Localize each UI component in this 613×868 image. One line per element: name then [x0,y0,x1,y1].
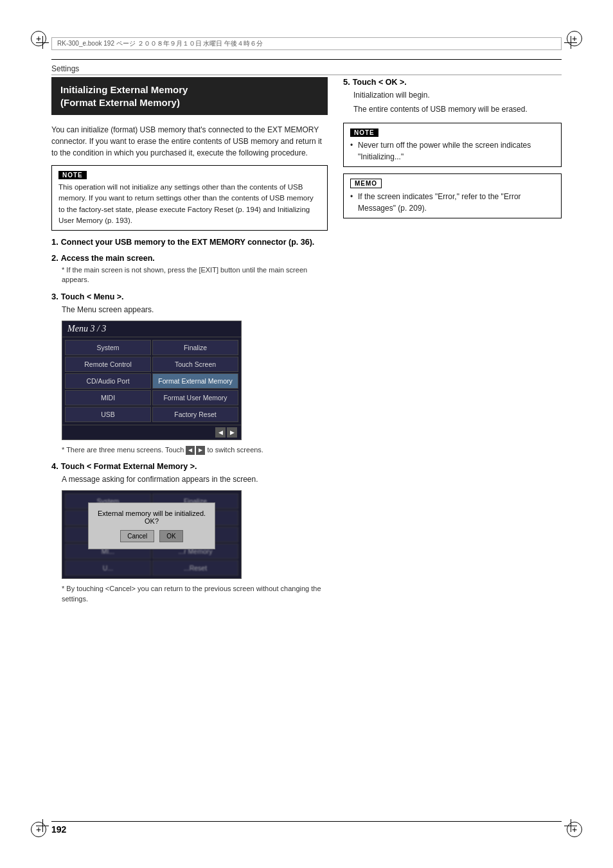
conf-reset: ...Reset [152,560,238,576]
note-text-1: This operation will not initialize any s… [58,182,321,226]
step-5-body2: The entire contents of USB memory will b… [343,103,562,115]
confirm-screenshot: System Finalize Remote Screen CD/Aud... … [62,490,242,579]
step-4-title: 4.Touch < Format External Memory >. [51,461,328,471]
corner-cross-bl [36,819,49,832]
step-2: 2.Access the main screen. * If the main … [51,253,328,285]
menu-item-usb[interactable]: USB [65,407,151,422]
step-5-title: 5.Touch < OK >. [343,77,562,87]
cancel-button[interactable]: Cancel [120,530,154,542]
note-box-1: NOTE This operation will not initialize … [51,165,328,231]
menu-item-system[interactable]: System [65,340,151,355]
note-text-right: Never turn off the power while the scree… [350,139,555,163]
memo-text: If the screen indicates "Error," refer t… [350,191,555,214]
menu-title-bar: Menu 3 / 3 [62,321,241,337]
settings-label: Settings [51,64,79,73]
menu-item-cdaudio[interactable]: CD/Audio Port [65,373,151,389]
intro-text: You can initialize (format) USB memory t… [51,124,328,159]
settings-rule [51,75,562,75]
section-title: Initializing External Memory (Format Ext… [60,84,319,109]
corner-cross-br [564,819,577,832]
bottom-rule [51,821,562,822]
corner-cross-tl [36,36,49,49]
step-2-title: 2.Access the main screen. [51,253,328,263]
memo-label: MEMO [350,179,382,188]
step-2-asterisk: * If the main screen is not shown, press… [51,265,328,285]
step-5-body1: Initialization will begin. [343,89,562,101]
note-label-1: NOTE [58,171,87,179]
menu-prev-btn[interactable]: ◀ [215,427,226,438]
menu-item-midi[interactable]: MIDI [65,390,151,405]
step-5: 5.Touch < OK >. Initialization will begi… [343,77,562,115]
menu-item-remote[interactable]: Remote Control [65,357,151,372]
confirm-buttons: Cancel OK [96,530,207,542]
menu-grid: System Finalize Remote Control Touch Scr… [62,337,241,425]
main-content: Initializing External Memory (Format Ext… [51,77,562,817]
menu-item-finalize[interactable]: Finalize [152,340,238,355]
next-icon[interactable]: ▶ [196,446,205,455]
confirm-dialog: External memory will be initialized. OK?… [88,502,215,549]
menu-item-format-external[interactable]: Format External Memory [152,373,238,389]
step-4-body: A message asking for confirmation appear… [51,474,328,485]
header-bar: RK-300_e.book 192 ページ ２００８年９月１０日 水曜日 午後４… [51,37,562,50]
step-3-body: The Menu screen appears. [51,304,328,315]
note-label-right: NOTE [350,128,378,137]
menu-screenshot: Menu 3 / 3 System Finalize Remote Contro… [62,321,242,440]
menu-item-format-user[interactable]: Format User Memory [152,390,238,405]
step-3: 3.Touch < Menu >. The Menu screen appear… [51,292,328,455]
menu-nav-bar: ◀ ▶ [62,425,241,439]
title-box: Initializing External Memory (Format Ext… [51,77,328,115]
menu-next-btn[interactable]: ▶ [227,427,237,438]
corner-cross-tr [564,36,577,49]
page-number: 192 [51,824,66,835]
menu-item-touchscreen[interactable]: Touch Screen [152,357,238,372]
memo-box: MEMO If the screen indicates "Error," re… [343,173,562,218]
step-3-asterisk: * There are three menu screens. Touch ◀ … [51,445,328,455]
confirm-message: External memory will be initialized. OK? [96,509,207,525]
note-box-right: NOTE Never turn off the power while the … [343,123,562,167]
step-1: 1.Connect your USB memory to the EXT MEM… [51,237,328,247]
step-4: 4.Touch < Format External Memory >. A me… [51,461,328,604]
step-1-title: 1.Connect your USB memory to the EXT MEM… [51,237,328,247]
prev-icon[interactable]: ◀ [186,446,195,455]
header-bar-text: RK-300_e.book 192 ページ ２００８年９月１０日 水曜日 午後４… [57,39,263,48]
conf-usb: U... [65,560,151,576]
left-column: Initializing External Memory (Format Ext… [51,77,328,817]
top-rule [51,59,562,60]
right-column: 5.Touch < OK >. Initialization will begi… [343,77,562,817]
ok-button[interactable]: OK [159,530,182,542]
menu-item-factory-reset[interactable]: Factory Reset [152,407,238,422]
step-4-asterisk: * By touching <Cancel> you can return to… [51,584,328,604]
step-3-title: 3.Touch < Menu >. [51,292,328,301]
